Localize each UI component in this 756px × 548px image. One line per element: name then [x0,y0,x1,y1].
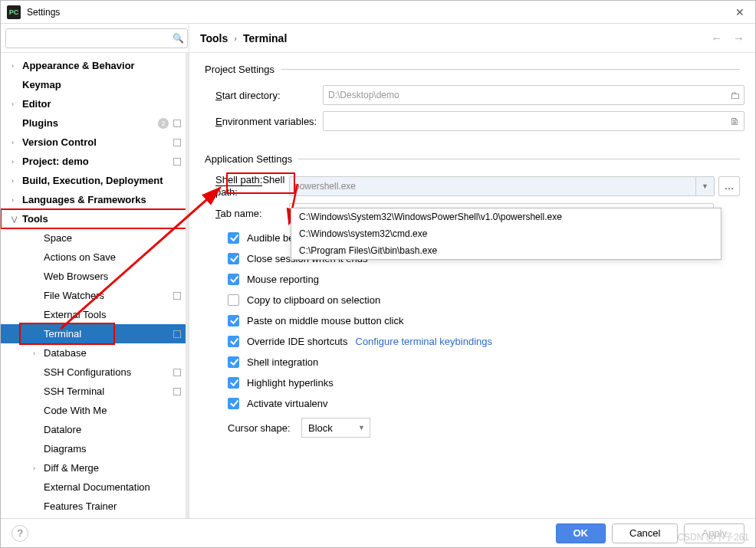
sidebar-item-datalore[interactable]: Datalore [1,420,189,439]
sidebar-item-terminal[interactable]: Terminal [1,324,189,343]
app-icon: PC [7,5,21,19]
sidebar-item-label: Tools [22,213,48,225]
sidebar-item-web-browsers[interactable]: Web Browsers [1,267,189,286]
sidebar-item-editor[interactable]: ›Editor [1,94,189,113]
search-input[interactable] [5,28,188,48]
sidebar-item-diff-merge[interactable]: ›Diff & Merge [1,458,189,477]
sidebar-item-label: Build, Execution, Deployment [22,175,163,186]
checkbox[interactable] [228,336,239,347]
shell-path-row: Shell path:Shell path:Shell path: ▼ … [215,174,740,198]
ok-button[interactable]: OK [556,523,606,543]
checkbox[interactable] [228,398,239,409]
sidebar-item-file-watchers[interactable]: File Watchers [1,286,189,305]
project-scope-icon [173,158,181,166]
chevron-down-icon[interactable]: ▼ [695,177,714,195]
sidebar-item-ssh-configurations[interactable]: SSH Configurations [1,363,189,382]
sidebar-item-label: Project: demo [22,156,89,167]
sidebar-item-ssh-terminal[interactable]: SSH Terminal [1,382,189,401]
checkbox-label: Paste on middle mouse button click [247,315,404,327]
badge: 2 [158,118,169,129]
sidebar-item-label: Terminal [44,328,81,340]
titlebar: PC Settings ✕ [1,1,755,24]
sidebar-item-project-demo[interactable]: ›Project: demo [1,152,189,171]
checkbox-label: Mouse reporting [247,274,319,285]
breadcrumb-leaf: Terminal [243,32,287,44]
shell-path-dropdown[interactable]: C:\Windows\System32\WindowsPowerShell\v1… [291,208,721,260]
env-vars-input[interactable] [323,111,744,131]
app-settings-legend: Application Settings [205,153,298,165]
breadcrumb-sep: › [234,34,237,43]
chevron-icon: › [12,62,22,70]
checkbox-label: Copy to clipboard on selection [247,294,380,306]
sidebar-item-external-tools[interactable]: External Tools [1,305,189,324]
sidebar-item-label: Database [44,347,87,359]
window-title: Settings [27,7,731,18]
checkbox-row: Paste on middle mouse button click [228,311,740,330]
checkbox[interactable] [228,253,239,264]
sidebar-item-version-control[interactable]: ›Version Control [1,133,189,152]
sidebar-item-languages-frameworks[interactable]: ›Languages & Frameworks [1,190,189,209]
chevron-icon: ⋁ [12,215,22,223]
sidebar-item-label: Version Control [22,136,97,148]
shell-path-input[interactable] [289,176,715,196]
configure-keybindings-link[interactable]: Configure terminal keybindings [356,336,492,347]
app-settings-group: Application Settings Shell path:Shell pa… [205,153,740,452]
checkbox[interactable] [228,356,239,368]
checkbox[interactable] [228,232,239,244]
sidebar-item-code-with-me[interactable]: Code With Me [1,401,189,420]
start-directory-input[interactable] [323,85,744,105]
dropdown-option[interactable]: C:\Windows\System32\WindowsPowerShell\v1… [291,208,721,225]
checkbox-row: Copy to clipboard on selection [228,290,740,309]
sidebar-item-diagrams[interactable]: Diagrams [1,439,189,458]
dropdown-option[interactable]: C:\Windows\system32\cmd.exe [291,225,721,242]
chevron-icon: › [12,177,22,185]
checkbox-row: Override IDE shortcutsConfigure terminal… [228,332,740,350]
breadcrumb-root[interactable]: Tools [200,32,228,44]
settings-tree[interactable]: ›Appearance & BehaviorKeymap›EditorPlugi… [1,53,189,519]
sidebar-item-external-documentation[interactable]: External Documentation [1,477,189,497]
checkbox-row: Mouse reporting [228,270,740,288]
close-icon[interactable]: ✕ [731,6,749,18]
sidebar-item-keymap[interactable]: Keymap [1,75,189,94]
sidebar-item-label: Diff & Merge [44,462,99,474]
sidebar-item-plugins[interactable]: Plugins2 [1,113,189,133]
breadcrumb-bar: Tools › Terminal ← → [189,31,755,44]
sidebar-item-label: Plugins [22,117,58,129]
sidebar-item-label: Actions on Save [44,251,116,263]
sidebar-item-build-execution-deployment[interactable]: ›Build, Execution, Deployment [1,171,189,190]
dropdown-option[interactable]: C:\Program Files\Git\bin\bash.exe [291,242,721,259]
sidebar-item-label: Languages & Frameworks [22,194,146,205]
sidebar-item-space[interactable]: Space [1,228,189,248]
forward-icon[interactable]: → [733,31,744,44]
chevron-down-icon: ▼ [358,424,365,432]
browse-button[interactable]: … [718,176,740,196]
sidebar-item-label: Web Browsers [44,271,108,282]
project-scope-icon [173,388,181,395]
start-directory-label: Start directory: [215,90,323,101]
content-panel: Project Settings Start directory: 🗀 Envi… [189,53,755,519]
chevron-icon: › [33,349,44,357]
sidebar-item-label: Space [44,232,72,244]
checkbox-label: Highlight hyperlinks [247,377,334,389]
checkbox[interactable] [228,315,239,327]
sidebar-item-label: SSH Configurations [44,366,131,378]
checkbox-row: Activate virtualenv [228,394,740,412]
cancel-button[interactable]: Cancel [612,523,678,543]
sidebar-item-actions-on-save[interactable]: Actions on Save [1,248,189,267]
checkbox[interactable] [228,274,239,285]
chevron-icon: › [33,464,44,472]
cursor-shape-select[interactable]: Block ▼ [301,418,370,438]
sidebar-item-tools[interactable]: ⋁Tools [1,209,189,228]
project-scope-icon [173,139,181,146]
checkbox[interactable] [228,377,239,389]
sidebar-item-appearance-behavior[interactable]: ›Appearance & Behavior [1,56,189,75]
chevron-icon: › [12,100,22,108]
sidebar-item-features-trainer[interactable]: Features Trainer [1,497,189,516]
sidebar-item-database[interactable]: ›Database [1,343,189,363]
apply-button[interactable]: Apply [684,523,744,543]
back-icon[interactable]: ← [711,31,722,44]
checkbox[interactable] [228,294,239,306]
help-button[interactable]: ? [12,525,28,542]
project-settings-group: Project Settings Start directory: 🗀 Envi… [205,64,740,146]
cursor-shape-row: Cursor shape: Block ▼ [228,417,740,438]
